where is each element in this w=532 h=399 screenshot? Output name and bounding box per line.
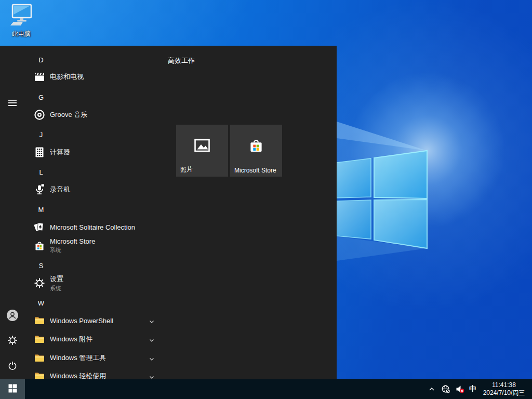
tile-photos[interactable]: 照片 — [176, 125, 228, 177]
app-item-text: 计算器 — [50, 148, 160, 157]
app-item-label: Windows 管理工具 — [50, 353, 160, 363]
app-list-section-letter[interactable]: W — [25, 294, 181, 312]
photos-icon — [193, 136, 211, 157]
app-list-folder-item[interactable]: Windows 管理工具 — [25, 349, 181, 367]
section-letter-label: G — [35, 94, 47, 101]
store-icon — [33, 240, 46, 252]
app-list-section-letter[interactable]: M — [25, 200, 181, 219]
gear-icon[interactable] — [0, 330, 25, 351]
app-list-section-letter[interactable]: G — [25, 88, 181, 107]
volume-muted-icon[interactable] — [455, 384, 464, 394]
app-item-text: Microsoft Solitaire Collection — [50, 223, 160, 231]
app-list-folder-item[interactable]: Windows PowerShell — [25, 311, 181, 330]
tile-group: 照片Microsoft Store — [176, 125, 282, 177]
start-menu-app-list: D电影和电视GGroove 音乐J计算器L录音机MMicrosoft Solit… — [25, 46, 181, 379]
app-item-text: Microsoft Store系统 — [50, 237, 160, 254]
app-list-section-letter[interactable]: L — [25, 163, 181, 181]
app-item-text: Windows PowerShell — [50, 317, 160, 325]
chevron-down-icon[interactable] — [149, 336, 155, 342]
this-pc-desktop-icon[interactable]: 此电脑 — [4, 3, 38, 38]
solitaire-icon — [33, 221, 46, 233]
taskbar-empty-area — [25, 379, 427, 399]
system-tray: 中 11:41:38 2024/7/10/周三 — [427, 379, 532, 399]
app-item-label: 设置 — [50, 274, 160, 284]
app-item-label: Microsoft Solitaire Collection — [50, 223, 160, 231]
tile-microsoft-store[interactable]: Microsoft Store — [230, 125, 282, 177]
ime-indicator[interactable]: 中 — [469, 384, 476, 394]
app-list-app-item[interactable]: 录音机 — [25, 180, 181, 199]
movies-tv-icon — [33, 71, 46, 83]
section-letter-label: D — [35, 56, 47, 64]
windows-logo-icon — [8, 384, 17, 395]
chevron-down-icon[interactable] — [149, 317, 155, 324]
app-item-label: Windows PowerShell — [50, 317, 160, 325]
app-item-text: 电影和电视 — [50, 72, 160, 82]
app-list-section-letter[interactable]: J — [25, 125, 181, 144]
app-list-section-letter[interactable]: D — [25, 50, 181, 69]
app-list-app-item[interactable]: 电影和电视 — [25, 68, 181, 86]
app-list-app-item[interactable]: Microsoft Store系统 — [25, 234, 181, 258]
groove-icon — [33, 109, 46, 121]
app-item-label: Windows 附件 — [50, 335, 160, 344]
chevron-down-icon[interactable] — [149, 355, 155, 361]
app-item-label: 录音机 — [50, 185, 160, 194]
app-list-folder-item[interactable]: Windows 附件 — [25, 330, 181, 349]
section-letter-label: L — [35, 168, 47, 176]
app-item-label: 电影和电视 — [50, 72, 160, 82]
tile-group-label: 高效工作 — [168, 56, 195, 65]
start-menu-rail — [0, 46, 25, 379]
app-item-label: Groove 音乐 — [50, 110, 160, 119]
tile-label: Microsoft Store — [234, 167, 280, 174]
app-item-sublabel: 系统 — [50, 285, 160, 292]
app-item-sublabel: 系统 — [50, 246, 160, 254]
tile-label: 照片 — [180, 165, 226, 174]
user-avatar-icon[interactable] — [0, 305, 25, 326]
store-icon — [247, 137, 265, 156]
section-letter-label: M — [35, 206, 47, 214]
app-list-app-item[interactable]: 计算器 — [25, 143, 181, 162]
clock-time: 11:41:38 — [481, 381, 527, 389]
section-letter-label: J — [35, 131, 47, 139]
recorder-icon — [33, 183, 46, 196]
this-pc-label: 此电脑 — [4, 30, 38, 38]
chevron-down-icon[interactable] — [149, 373, 155, 379]
app-list-app-item[interactable]: 设置系统 — [25, 271, 181, 295]
this-pc-icon — [9, 20, 34, 29]
folder-icon — [33, 352, 46, 364]
taskbar: 中 11:41:38 2024/7/10/周三 — [0, 379, 532, 399]
app-item-label: Microsoft Store — [50, 237, 160, 245]
app-list-app-item[interactable]: Groove 音乐 — [25, 105, 181, 124]
taskbar-clock[interactable]: 11:41:38 2024/7/10/周三 — [481, 381, 527, 397]
network-no-internet-icon[interactable] — [441, 384, 450, 394]
start-menu: D电影和电视GGroove 音乐J计算器L录音机MMicrosoft Solit… — [0, 46, 337, 379]
hamburger-icon[interactable] — [0, 96, 25, 110]
calculator-icon — [33, 146, 46, 158]
app-item-text: Windows 管理工具 — [50, 353, 160, 363]
folder-icon — [33, 314, 46, 327]
tray-chevron-up-icon[interactable] — [427, 384, 436, 394]
desktop: 此电脑 — [0, 0, 532, 399]
app-item-text: 设置系统 — [50, 274, 160, 292]
app-item-label: 计算器 — [50, 148, 160, 157]
clock-date: 2024/7/10/周三 — [481, 389, 527, 397]
app-item-text: Windows 附件 — [50, 335, 160, 344]
folder-icon — [33, 333, 46, 345]
app-item-text: Groove 音乐 — [50, 110, 160, 119]
gear-icon — [33, 277, 46, 289]
power-icon[interactable] — [0, 355, 25, 376]
start-button[interactable] — [0, 379, 25, 399]
section-letter-label: W — [35, 299, 47, 307]
app-item-text: 录音机 — [50, 185, 160, 194]
section-letter-label: S — [35, 262, 47, 270]
